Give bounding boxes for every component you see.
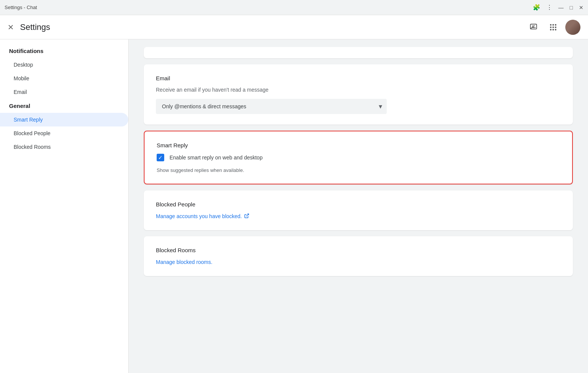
email-card-subtitle: Receive an email if you haven't read a m… bbox=[156, 87, 561, 93]
chat-icon[interactable] bbox=[526, 20, 541, 35]
email-card-title: Email bbox=[156, 75, 561, 81]
manage-blocked-people-text: Manage accounts you have blocked. bbox=[156, 213, 242, 219]
blocked-people-card: Blocked People Manage accounts you have … bbox=[144, 190, 573, 230]
manage-blocked-people-link[interactable]: Manage accounts you have blocked. bbox=[156, 213, 249, 220]
sidebar-section-general: General bbox=[0, 99, 128, 113]
blocked-people-title: Blocked People bbox=[156, 201, 561, 208]
partial-card bbox=[144, 47, 573, 58]
enable-smart-reply-checkbox[interactable]: ✓ bbox=[157, 154, 164, 161]
close-window-button[interactable]: ✕ bbox=[579, 5, 583, 11]
smart-reply-card: Smart Reply ✓ Enable smart reply on web … bbox=[144, 131, 573, 184]
svg-rect-7 bbox=[552, 27, 554, 28]
title-bar: Settings - Chat 🧩 ⋮ — □ ✕ bbox=[0, 0, 588, 15]
extension-icon[interactable]: 🧩 bbox=[533, 4, 540, 11]
content-area: Email Receive an email if you haven't re… bbox=[129, 39, 588, 373]
sidebar-item-smart-reply[interactable]: Smart Reply bbox=[0, 113, 128, 126]
settings-close-button[interactable]: ✕ bbox=[8, 23, 14, 32]
blocked-rooms-title: Blocked Rooms bbox=[156, 247, 561, 253]
main-layout: Notifications Desktop Mobile Email Gener… bbox=[0, 39, 588, 373]
sidebar-item-mobile[interactable]: Mobile bbox=[0, 72, 128, 85]
svg-rect-3 bbox=[550, 24, 552, 25]
manage-blocked-rooms-text: Manage blocked rooms. bbox=[156, 259, 212, 265]
title-bar-title: Settings - Chat bbox=[5, 5, 37, 10]
enable-smart-reply-label: Enable smart reply on web and desktop bbox=[170, 155, 263, 161]
minimize-button[interactable]: — bbox=[558, 5, 564, 11]
sidebar: Notifications Desktop Mobile Email Gener… bbox=[0, 39, 129, 373]
maximize-button[interactable]: □ bbox=[570, 5, 573, 11]
smart-reply-checkbox-row: ✓ Enable smart reply on web and desktop bbox=[157, 154, 560, 161]
svg-rect-11 bbox=[555, 29, 557, 30]
manage-blocked-rooms-link[interactable]: Manage blocked rooms. bbox=[156, 259, 212, 265]
blocked-rooms-card: Blocked Rooms Manage blocked rooms. bbox=[144, 236, 573, 276]
sidebar-item-blocked-people[interactable]: Blocked People bbox=[0, 126, 128, 140]
email-dropdown-wrapper: Only @mentions & direct messages All mes… bbox=[156, 99, 387, 114]
grid-icon[interactable] bbox=[546, 20, 561, 35]
smart-reply-helper: Show suggested replies when available. bbox=[157, 167, 560, 173]
smart-reply-title: Smart Reply bbox=[157, 142, 560, 148]
avatar[interactable] bbox=[565, 20, 580, 35]
app-header: ✕ Settings bbox=[0, 15, 588, 39]
window-controls: — □ ✕ bbox=[558, 5, 583, 11]
email-card: Email Receive an email if you haven't re… bbox=[144, 64, 573, 125]
svg-line-12 bbox=[246, 214, 249, 216]
svg-rect-8 bbox=[555, 27, 557, 28]
sidebar-item-blocked-rooms[interactable]: Blocked Rooms bbox=[0, 140, 128, 154]
svg-rect-9 bbox=[550, 29, 552, 30]
svg-rect-6 bbox=[550, 27, 552, 28]
more-icon[interactable]: ⋮ bbox=[546, 4, 552, 11]
sidebar-item-email[interactable]: Email bbox=[0, 85, 128, 99]
page-title: Settings bbox=[20, 22, 50, 32]
checkmark-icon: ✓ bbox=[158, 155, 163, 161]
svg-rect-10 bbox=[552, 29, 554, 30]
svg-rect-5 bbox=[555, 24, 557, 25]
svg-rect-4 bbox=[552, 24, 554, 25]
sidebar-section-notifications: Notifications bbox=[0, 44, 128, 58]
external-link-icon bbox=[244, 213, 249, 220]
email-dropdown[interactable]: Only @mentions & direct messages All mes… bbox=[156, 99, 387, 114]
sidebar-item-desktop[interactable]: Desktop bbox=[0, 58, 128, 72]
